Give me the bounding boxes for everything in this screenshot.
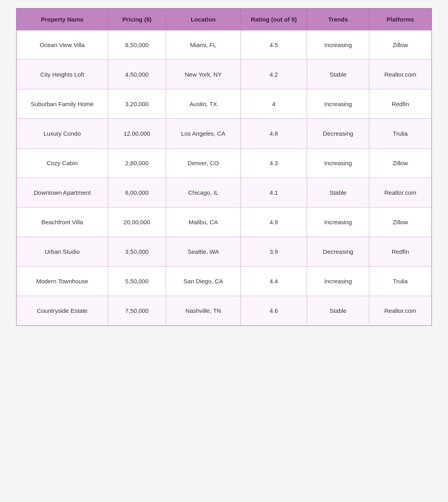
cell-location: San Diego, CA — [166, 267, 241, 296]
cell-property: Luxury Condo — [17, 119, 108, 148]
header-location: Location — [166, 9, 241, 30]
cell-property: Modern Townhouse — [17, 267, 108, 296]
cell-pricing: 8,50,000 — [108, 30, 166, 60]
cell-trends: Stable — [307, 178, 369, 208]
cell-property: City Heights Loft — [17, 60, 108, 89]
table-row: Modern Townhouse5,50,000San Diego, CA4.4… — [17, 267, 432, 296]
table-row: Countryside Estate7,50,000Nashville, TN4… — [17, 296, 432, 326]
table-row: Urban Studio3,50,000Seattle, WA3.9Decrea… — [17, 237, 432, 267]
cell-property: Countryside Estate — [17, 296, 108, 326]
cell-rating: 4.9 — [241, 208, 307, 237]
property-table: Property Name Pricing ($) Location Ratin… — [16, 8, 432, 326]
cell-trends: Increasing — [307, 148, 369, 178]
cell-trends: Stable — [307, 296, 369, 326]
cell-rating: 4.6 — [241, 296, 307, 326]
cell-trends: Increasing — [307, 30, 369, 60]
cell-property: Downtown Apartment — [17, 178, 108, 208]
header-pricing: Pricing ($) — [108, 9, 166, 30]
cell-pricing: 6,00,000 — [108, 178, 166, 208]
cell-location: New York, NY — [166, 60, 241, 89]
table-header-row: Property Name Pricing ($) Location Ratin… — [17, 9, 432, 30]
table-row: Beachfront Villa20,00,000Malibu, CA4.9In… — [17, 208, 432, 237]
cell-platforms: Trulia — [369, 119, 432, 148]
cell-platforms: Realtor.com — [369, 178, 432, 208]
cell-trends: Increasing — [307, 89, 369, 119]
cell-pricing: 7,50,000 — [108, 296, 166, 326]
cell-location: Chicago, IL — [166, 178, 241, 208]
cell-trends: Increasing — [307, 267, 369, 296]
cell-location: Nashville, TN — [166, 296, 241, 326]
cell-trends: Decreasing — [307, 237, 369, 267]
cell-platforms: Realtor.com — [369, 60, 432, 89]
cell-rating: 4.5 — [241, 30, 307, 60]
cell-location: Austin, TX — [166, 89, 241, 119]
cell-pricing: 12,00,000 — [108, 119, 166, 148]
header-rating: Rating (out of 5) — [241, 9, 307, 30]
table-row: City Heights Loft4,50,000New York, NY4.2… — [17, 60, 432, 89]
cell-pricing: 20,00,000 — [108, 208, 166, 237]
cell-property: Urban Studio — [17, 237, 108, 267]
cell-rating: 4.4 — [241, 267, 307, 296]
cell-platforms: Realtor.com — [369, 296, 432, 326]
cell-location: Seattle, WA — [166, 237, 241, 267]
cell-trends: Stable — [307, 60, 369, 89]
cell-platforms: Zillow — [369, 148, 432, 178]
cell-location: Denver, CO — [166, 148, 241, 178]
cell-platforms: Trulia — [369, 267, 432, 296]
cell-rating: 4.2 — [241, 60, 307, 89]
cell-pricing: 4,50,000 — [108, 60, 166, 89]
cell-platforms: Redfin — [369, 89, 432, 119]
cell-platforms: Zillow — [369, 30, 432, 60]
cell-pricing: 3,50,000 — [108, 237, 166, 267]
cell-platforms: Zillow — [369, 208, 432, 237]
cell-property: Cozy Cabin — [17, 148, 108, 178]
cell-pricing: 3,20,000 — [108, 89, 166, 119]
cell-trends: Decreasing — [307, 119, 369, 148]
cell-pricing: 5,50,000 — [108, 267, 166, 296]
table-row: Luxury Condo12,00,000Los Angeles, CA4.8D… — [17, 119, 432, 148]
cell-rating: 4 — [241, 89, 307, 119]
cell-rating: 4.8 — [241, 119, 307, 148]
cell-rating: 3.9 — [241, 237, 307, 267]
table-row: Cozy Cabin2,80,000Denver, CO4.3Increasin… — [17, 148, 432, 178]
cell-property: Beachfront Villa — [17, 208, 108, 237]
cell-platforms: Redfin — [369, 237, 432, 267]
header-property: Property Name — [17, 9, 108, 30]
table-row: Suburban Family Home3,20,000Austin, TX4I… — [17, 89, 432, 119]
cell-location: Los Angeles, CA — [166, 119, 241, 148]
cell-property: Suburban Family Home — [17, 89, 108, 119]
cell-trends: Increasing — [307, 208, 369, 237]
header-trends: Trends — [307, 9, 369, 30]
property-table-wrapper: Property Name Pricing ($) Location Ratin… — [16, 8, 432, 326]
cell-pricing: 2,80,000 — [108, 148, 166, 178]
cell-location: Malibu, CA — [166, 208, 241, 237]
header-platforms: Platforms — [369, 9, 432, 30]
table-row: Downtown Apartment6,00,000Chicago, IL4.1… — [17, 178, 432, 208]
cell-rating: 4.3 — [241, 148, 307, 178]
cell-location: Miami, FL — [166, 30, 241, 60]
cell-property: Ocean View Villa — [17, 30, 108, 60]
table-row: Ocean View Villa8,50,000Miami, FL4.5Incr… — [17, 30, 432, 60]
cell-rating: 4.1 — [241, 178, 307, 208]
